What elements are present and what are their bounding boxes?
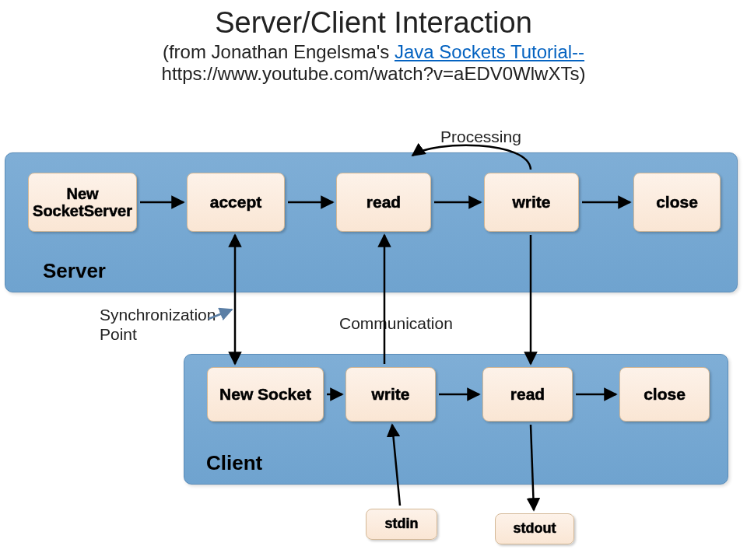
node-server-write: write [484,173,579,232]
label-synchronization: Synchronization Point [100,305,216,344]
node-server-close: close [633,173,721,232]
page-title: Server/Client Interaction [0,6,747,40]
node-stdin: stdin [366,509,437,540]
node-client-write: write [345,367,436,422]
node-server-read: read [336,173,431,232]
node-new-socket: New Socket [207,367,324,422]
label-processing: Processing [440,128,521,146]
subtitle: (from Jonathan Engelsma's Java Sockets T… [0,41,747,63]
subtitle-prefix: (from Jonathan Engelsma's [163,41,395,62]
label-communication: Communication [339,314,453,333]
node-client-close: close [619,367,710,422]
client-panel-label: Client [206,451,262,475]
node-client-read: read [482,367,573,422]
tutorial-link[interactable]: Java Sockets Tutorial-- [395,41,584,62]
header: Server/Client Interaction (from Jonathan… [0,0,747,85]
node-accept: accept [187,173,285,232]
node-new-socket-server: New SocketServer [28,173,137,232]
server-panel-label: Server [43,259,106,283]
node-stdout: stdout [495,513,574,544]
url-text: https://www.youtube.com/watch?v=aEDV0Wlw… [0,63,747,85]
